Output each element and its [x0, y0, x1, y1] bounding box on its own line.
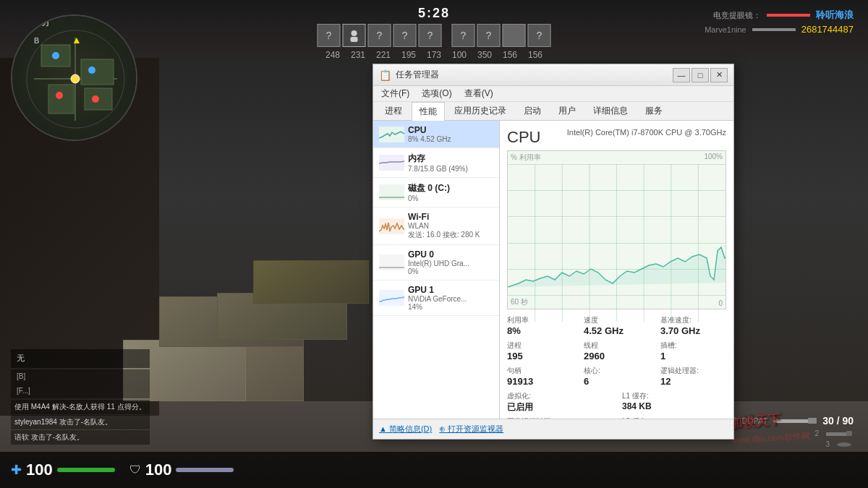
weapon-2-label: 2	[814, 429, 819, 437]
process-gpu0[interactable]: GPU 0 Intel(R) UHD Gra... 0%	[373, 245, 499, 281]
killfeed-line1: [B]	[11, 369, 150, 384]
tab-startup[interactable]: 启动	[516, 101, 549, 120]
stat-threads: 线程 2960	[584, 341, 650, 361]
map-label: 隧道下方	[18, 17, 50, 28]
player-icon-2	[343, 24, 366, 47]
health-section: ✚ 100	[11, 461, 115, 479]
gpu1-proc-name: GPU 1	[408, 285, 467, 295]
killfeed-notice: 无	[11, 349, 150, 368]
disk-proc-detail: 0%	[408, 194, 450, 202]
graph-y-label: 100%	[704, 153, 723, 160]
memory-proc-detail: 7.8/15.8 GB (49%)	[408, 165, 468, 173]
player-icon-3: ?	[368, 24, 391, 47]
summary-link[interactable]: ▲ 简略信息(D)	[379, 424, 432, 435]
gpu0-proc-detail1: Intel(R) UHD Gra...	[408, 260, 469, 267]
hud-top: 5:28 ? ? ? ? ? ? ? 248 231 221 195 173 1…	[318, 6, 551, 60]
titlebar-text: 任务管理器	[396, 69, 668, 81]
processes-sidebar: CPU 8% 4.52 GHz 内存 7.8/15.8 GB (49%)	[373, 121, 500, 419]
stat-processes-label: 进程	[507, 341, 573, 351]
process-cpu[interactable]: CPU 8% 4.52 GHz	[373, 121, 499, 148]
score-4: 195	[397, 50, 420, 60]
svg-point-11	[71, 74, 80, 83]
ammo-current: 30	[822, 415, 834, 427]
stat-cores-value: 6	[584, 376, 650, 387]
tab-details[interactable]: 详细信息	[585, 101, 636, 120]
titlebar: 📋 任务管理器 — □ ✕	[373, 64, 733, 86]
svg-rect-21	[379, 127, 404, 142]
open-resource-monitor-link[interactable]: ⊕ 打开资源监视器	[439, 424, 503, 435]
tab-performance[interactable]: 性能	[412, 102, 445, 121]
process-gpu1[interactable]: GPU 1 NViDiA GeForce... 14%	[373, 281, 499, 316]
graph-x-label-left: 60 秒	[511, 297, 528, 307]
svg-rect-5	[48, 85, 74, 114]
task-manager-window: 📋 任务管理器 — □ ✕ 文件(F) 选项(O) 查看(V) 进程 性能 应用…	[373, 64, 734, 440]
killfeed-item-1: 使用 M4A4 解决-名敌人获得 11 点得分。	[11, 400, 150, 414]
tab-processes[interactable]: 进程	[377, 101, 410, 120]
armor-value: 100	[145, 461, 172, 479]
stat-l1: L1 缓存: 384 KB	[622, 391, 726, 414]
wifi-mini-graph	[379, 218, 404, 234]
stat-speed-value: 4.52 GHz	[584, 325, 650, 336]
tab-users[interactable]: 用户	[550, 101, 584, 120]
stat-sockets-label: 插槽:	[660, 341, 726, 351]
minimize-button[interactable]: —	[673, 68, 690, 82]
memory-proc-name: 内存	[408, 153, 468, 165]
cpu-graph-area: % 利用率 100%	[507, 150, 726, 309]
cpu-detail-title: CPU	[507, 128, 540, 147]
process-memory[interactable]: 内存 7.8/15.8 GB (49%)	[373, 148, 499, 178]
svg-rect-19	[846, 431, 852, 436]
disk-mini-graph	[379, 184, 404, 200]
stat-base-speed-value: 3.70 GHz	[660, 325, 726, 336]
menu-options[interactable]: 选项(O)	[417, 86, 456, 101]
score-7: 350	[473, 50, 496, 60]
stat-cores: 核心: 6	[584, 366, 650, 387]
stat-logical-label: 逻辑处理器:	[660, 366, 726, 376]
killfeed: 无 [B] [F...] 使用 M4A4 解决-名敌人获得 11 点得分。 st…	[11, 349, 150, 445]
wifi-proc-name: Wi-Fi	[408, 212, 480, 222]
stat-logical-value: 12	[660, 376, 726, 387]
menu-view[interactable]: 查看(V)	[460, 86, 498, 101]
process-disk[interactable]: 磁盘 0 (C:) 0%	[373, 178, 499, 207]
tab-app-history[interactable]: 应用历史记录	[446, 101, 514, 120]
armor-fill	[176, 468, 234, 472]
killfeed-item-3: 语软 攻击了-名队友。	[11, 430, 150, 445]
titlebar-buttons: — □ ✕	[673, 68, 728, 82]
taskmgr-body: CPU 8% 4.52 GHz 内存 7.8/15.8 GB (49%)	[373, 121, 733, 419]
player-scores-row: 248 231 221 195 173 100 350 156 156	[321, 50, 547, 60]
svg-rect-4	[81, 59, 114, 85]
armor-section: 🛡 100	[129, 461, 234, 479]
stat-handles-value: 91913	[507, 376, 573, 387]
tabs-row: 进程 性能 应用历史记录 启动 用户 详细信息 服务	[373, 102, 733, 121]
killfeed-line2: [F...]	[11, 384, 150, 398]
svg-point-20	[837, 442, 851, 447]
menu-file[interactable]: 文件(F)	[377, 86, 414, 101]
player-tag-display: Marve1nine	[705, 25, 746, 34]
stat-l1-label: L1 缓存:	[622, 391, 726, 401]
stat-processes-value: 195	[507, 351, 573, 361]
score-5: 173	[422, 50, 446, 60]
process-wifi[interactable]: Wi-Fi WLAN 发送: 16.0 接收: 280 K	[373, 207, 499, 245]
gpu1-proc-detail1: NViDiA GeForce...	[408, 295, 467, 303]
esports-label: 电竞提眼镜：	[713, 10, 761, 21]
svg-text:B: B	[34, 37, 39, 45]
stat-processes: 进程 195	[507, 341, 573, 361]
player-arrow: ▲	[72, 34, 82, 46]
svg-point-10	[92, 95, 99, 103]
svg-point-9	[56, 92, 63, 99]
maximize-button[interactable]: □	[692, 68, 709, 82]
player-icon-8	[503, 24, 526, 47]
close-button[interactable]: ✕	[710, 68, 728, 82]
gpu0-proc-detail2: 0%	[408, 267, 469, 275]
stat-sockets-value: 1	[660, 351, 726, 361]
tab-services[interactable]: 服务	[637, 101, 671, 120]
score-1: 248	[321, 50, 344, 60]
stat-handles-label: 句柄	[507, 366, 573, 376]
svg-rect-14	[351, 37, 358, 42]
stat-virt-value: 已启用	[507, 401, 611, 414]
weapon-indicator-top	[767, 14, 810, 17]
weapon-svg-2	[825, 430, 854, 437]
score-2: 231	[346, 50, 370, 60]
graph-y-label-left: % 利用率	[511, 153, 541, 163]
stat-virtualization: 虚拟化: 已启用	[507, 391, 611, 414]
stat-virt-label: 虚拟化:	[507, 391, 611, 401]
